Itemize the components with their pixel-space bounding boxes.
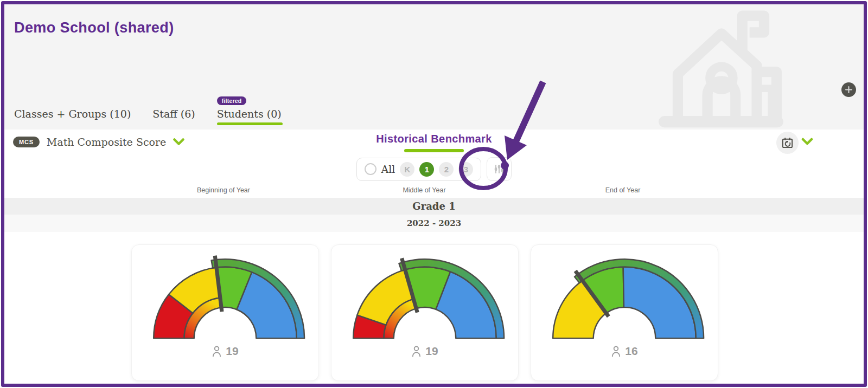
benchmark-gauge-chart bbox=[342, 250, 508, 342]
expand-chevron[interactable] bbox=[801, 138, 813, 148]
grade-option-3[interactable]: 3 bbox=[458, 162, 473, 177]
column-header-end: End of Year bbox=[522, 186, 723, 194]
add-button[interactable] bbox=[841, 82, 856, 97]
benchmark-gauge-chart bbox=[142, 250, 308, 342]
year-row-header: 2022 - 2023 bbox=[4, 215, 864, 232]
section-underline bbox=[404, 149, 464, 152]
filtered-badge: filtered bbox=[217, 96, 247, 105]
grade-filter-row: All K 1 2 3 1 bbox=[0, 157, 868, 181]
history-reset-button[interactable] bbox=[776, 132, 799, 154]
student-count-row: 19 bbox=[212, 345, 238, 358]
filters-count-badge: 1 bbox=[501, 161, 509, 170]
gauge-segment-blue bbox=[623, 267, 696, 339]
demo-school-page: Demo School (shared) Classes + Groups (1… bbox=[0, 0, 868, 388]
tab-students[interactable]: filtered Students (0) bbox=[217, 108, 282, 120]
active-tab-underline bbox=[217, 122, 283, 125]
all-radio[interactable] bbox=[365, 163, 376, 175]
tab-label: Students (0) bbox=[217, 108, 282, 120]
column-header-beginning: Beginning of Year bbox=[123, 186, 324, 194]
tab-label: Classes + Groups (10) bbox=[14, 108, 131, 120]
student-count: 19 bbox=[425, 345, 438, 358]
calendar-back-icon bbox=[781, 137, 794, 149]
grade-row-header: Grade 1 bbox=[4, 198, 864, 215]
plus-icon bbox=[845, 86, 852, 93]
student-count-row: 16 bbox=[611, 345, 637, 358]
gauge-segment-yellow bbox=[357, 270, 413, 325]
student-count-row: 19 bbox=[411, 345, 438, 358]
school-building-icon bbox=[653, 5, 788, 129]
grade-option-k[interactable]: K bbox=[400, 162, 414, 177]
student-count: 19 bbox=[226, 345, 238, 358]
person-icon bbox=[411, 345, 422, 357]
gauge-card[interactable]: 19 bbox=[331, 244, 519, 381]
grade-option-2[interactable]: 2 bbox=[439, 162, 454, 177]
gauge-cards-row: 191916 bbox=[0, 244, 868, 381]
column-header-middle: Middle of Year bbox=[324, 186, 525, 194]
all-label: All bbox=[381, 163, 395, 175]
tab-classes-groups[interactable]: Classes + Groups (10) bbox=[14, 108, 131, 120]
tab-bar: Classes + Groups (10) Staff (6) filtered… bbox=[14, 108, 282, 120]
student-count: 16 bbox=[625, 345, 637, 358]
section-title: Historical Benchmark bbox=[376, 133, 492, 145]
grade-filter-group: All K 1 2 3 bbox=[356, 158, 482, 181]
gauge-card[interactable]: 19 bbox=[131, 244, 319, 381]
tab-staff[interactable]: Staff (6) bbox=[152, 108, 195, 120]
grade-option-1[interactable]: 1 bbox=[419, 162, 434, 177]
filters-button[interactable]: 1 bbox=[487, 157, 512, 181]
page-title: Demo School (shared) bbox=[14, 20, 174, 36]
tab-label: Staff (6) bbox=[152, 108, 195, 120]
person-icon bbox=[212, 345, 222, 357]
gauge-card[interactable]: 16 bbox=[531, 244, 718, 381]
benchmark-gauge-chart bbox=[541, 250, 707, 342]
person-icon bbox=[611, 345, 621, 357]
chevron-down-icon bbox=[801, 138, 813, 146]
section-heading: Historical Benchmark bbox=[0, 133, 868, 152]
